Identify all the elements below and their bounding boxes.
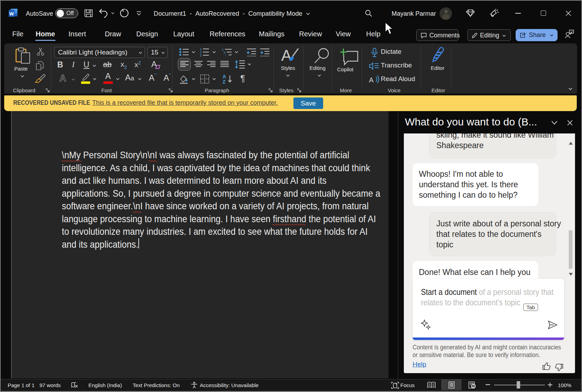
svg-text:A: A <box>223 74 226 79</box>
svg-text:A: A <box>281 47 292 64</box>
svg-text:A: A <box>369 76 374 84</box>
svg-text:3: 3 <box>200 54 202 57</box>
svg-text:W: W <box>9 11 14 16</box>
svg-text:i: i <box>225 54 226 56</box>
svg-text:Z: Z <box>223 79 226 84</box>
